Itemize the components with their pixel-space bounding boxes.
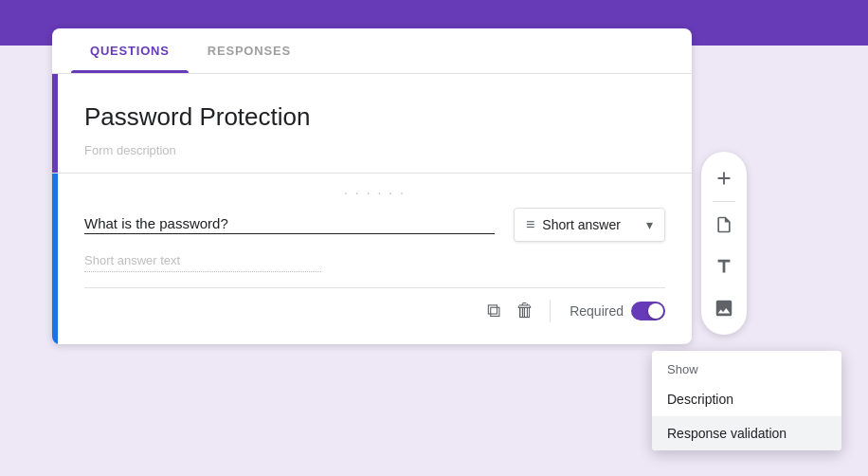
toggle-switch[interactable] <box>631 302 665 320</box>
tab-questions[interactable]: QUESTIONS <box>71 28 189 73</box>
main-card: QUESTIONS RESPONSES Password Protection … <box>52 28 692 344</box>
chevron-down-icon: ▾ <box>646 217 653 232</box>
add-question-button[interactable] <box>705 159 743 197</box>
question-card: · · · · · · What is the password? ≡ Shor… <box>52 174 692 344</box>
form-title: Password Protection <box>84 102 665 132</box>
add-title-button[interactable] <box>705 247 743 285</box>
drag-dots-icon: · · · · · · <box>344 185 406 200</box>
tab-responses[interactable]: RESPONSES <box>189 28 310 73</box>
required-label: Required <box>570 303 624 319</box>
form-header: Password Protection Form description <box>52 74 692 173</box>
question-row: What is the password? ≡ Short answer ▾ <box>84 208 665 242</box>
context-menu-show-label: Show <box>652 351 841 382</box>
required-toggle[interactable] <box>631 302 665 320</box>
drag-handle[interactable]: · · · · · · <box>84 185 665 200</box>
context-menu: Show Description Response validation <box>652 351 841 450</box>
question-actions: ⧉ 🗑 Required <box>84 287 665 329</box>
type-dropdown-label: Short answer <box>542 217 646 232</box>
tabs: QUESTIONS RESPONSES <box>52 28 692 74</box>
copy-icon[interactable]: ⧉ <box>483 296 504 325</box>
question-text[interactable]: What is the password? <box>84 215 495 234</box>
import-questions-button[interactable] <box>705 206 743 244</box>
context-menu-description[interactable]: Description <box>652 382 841 416</box>
type-dropdown[interactable]: ≡ Short answer ▾ <box>514 208 665 242</box>
context-menu-response-validation[interactable]: Response validation <box>652 416 841 450</box>
form-description[interactable]: Form description <box>84 143 665 157</box>
actions-divider <box>550 300 551 322</box>
answer-placeholder: Short answer text <box>84 253 321 272</box>
short-answer-icon: ≡ <box>526 216 534 233</box>
toolbar-divider-1 <box>713 201 735 202</box>
toggle-knob <box>648 303 663 319</box>
right-toolbar <box>701 152 747 335</box>
delete-icon[interactable]: 🗑 <box>512 296 538 325</box>
add-image-button[interactable] <box>705 289 743 327</box>
